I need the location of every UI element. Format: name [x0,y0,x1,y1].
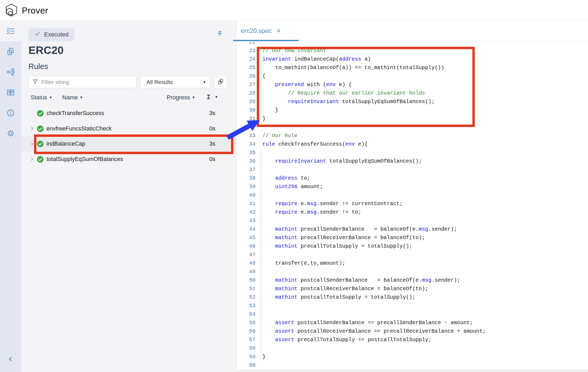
book-icon [6,88,15,97]
code-text: uint256 amount; [259,183,323,191]
rule-row-envfreeFuncsStaticCheck[interactable]: envfreeFuncsStaticCheck0s [21,121,237,137]
sidebar-item-settings[interactable] [0,123,21,143]
code-line: 26{ [237,72,588,81]
code-text: preserved with (env e) { [259,81,352,89]
pin-icon [216,30,223,38]
sidebar-item-docs[interactable] [0,82,21,103]
code-text [259,251,262,259]
sort-caret-icon[interactable]: ▾ [215,95,217,99]
line-number: 52 [237,293,259,302]
editor-tab-bar: erc20.spec × [237,21,588,41]
code-line: 24invariant indBalanceCap(address a) [237,55,588,64]
tab-label: erc20.spec [241,27,272,35]
expand-chevron-icon[interactable] [29,141,35,147]
line-number: 36 [237,157,259,166]
line-number: 48 [237,259,259,268]
column-header-status[interactable]: Status▾ [31,94,52,101]
prover-logo: Prover [5,3,48,18]
code-line: 46 mathint precallTotalSupply = totalSup… [237,242,588,251]
expand-chevron-icon[interactable] [29,126,35,132]
rules-panel: Executed ERC20 Rules All Results ▾ [21,21,237,372]
code-text [259,302,262,310]
code-text: requireInvariant totalSupplyEqSumOfBalan… [259,157,422,166]
info-icon [6,108,15,117]
code-line: 58 [237,344,588,353]
code-line: 52 mathint postcallTotalSupply = totalSu… [237,293,588,302]
line-number: 23 [237,47,259,55]
results-filter-dropdown[interactable]: All Results ▾ [140,76,211,88]
icon-rail [0,21,21,372]
sidebar-item-info[interactable] [0,103,21,123]
rule-row-totalSupplyEqSumOfBalances[interactable]: totalSupplyEqSumOfBalances0s [21,152,237,167]
code-line: 42 require e.msg.sender != to; [237,208,588,217]
line-number: 41 [237,200,259,208]
line-number: 55 [237,319,259,327]
filter-input-wrapper [28,76,136,88]
sidebar-item-call-resolution[interactable] [0,62,21,82]
rule-name: checkTransferSuccess [47,110,104,117]
column-header-progress[interactable]: Progress▾ [167,94,195,101]
line-number: 58 [237,344,259,353]
line-number: 26 [237,72,259,81]
gear-icon [6,129,15,138]
status-badge-label: Executed [44,31,69,38]
line-number: 46 [237,242,259,251]
code-line: 34rule checkTransferSuccess(env e){ [237,140,588,149]
code-line: 43 [237,217,588,225]
code-text: require e.msg.sender != currentContract; [259,200,403,208]
line-number: 45 [237,234,259,242]
verified-check-icon [37,156,44,163]
sidebar-item-rules[interactable] [0,21,21,41]
code-text [259,217,262,225]
code-line: 38 address to; [237,174,588,183]
verified-check-icon [37,125,44,132]
verified-check-icon [37,140,44,147]
copy-button[interactable] [214,76,227,88]
filter-input[interactable] [41,79,132,86]
chevron-down-icon: ▾ [203,80,205,84]
line-number: 50 [237,276,259,285]
nested-hexagon-icon [5,3,18,18]
code-text [259,310,262,319]
code-editor: erc20.spec × 2223// Our new Invariant24i… [237,21,588,372]
column-header-name[interactable]: Name▾ [62,94,82,101]
close-tab-icon[interactable]: × [276,27,281,35]
horizontal-scrollbar[interactable] [237,369,588,372]
sort-caret-icon: ▾ [192,95,195,100]
code-text: // Require that our earlier invariant ho… [259,89,425,98]
code-line: 27 preserved with (env e) { [237,81,588,89]
code-text: address to; [259,174,310,183]
code-text: invariant indBalanceCap(address a) [259,55,371,64]
hourglass-icon[interactable] [206,94,211,100]
indent-guide [261,64,261,115]
pin-button[interactable] [215,29,225,39]
rule-row-checkTransferSuccess[interactable]: checkTransferSuccess3s [21,106,237,121]
code-text [259,166,262,174]
rule-row-indBalanceCap[interactable]: indBalanceCap3s [21,136,237,152]
code-lines: 2223// Our new Invariant24invariant indB… [237,42,588,369]
line-number: 59 [237,353,259,361]
line-number: 60 [237,361,259,369]
code-line: 53 [237,302,588,310]
line-number: 56 [237,327,259,336]
code-text: mathint precallSenderBalance = balanceOf… [259,225,457,234]
code-text: transfer(e,to,amount); [259,259,345,268]
rule-name: totalSupplyEqSumOfBalances [47,156,123,163]
collapse-sidebar-button[interactable] [0,354,21,365]
line-number: 44 [237,225,259,234]
line-number: 51 [237,285,259,293]
status-badge: Executed [28,28,74,41]
sidebar-item-contracts[interactable] [0,41,21,62]
app-root: Prover [0,0,588,372]
rule-duration: 3s [186,110,215,117]
tab-erc20-spec[interactable]: erc20.spec × [241,21,281,41]
code-text: assert postcallSenderBalance == precallS… [259,319,473,327]
expand-chevron-icon[interactable] [29,156,35,162]
code-line: 59} [237,353,588,361]
funnel-icon [32,79,38,86]
code-line: 55 assert postcallSenderBalance == preca… [237,319,588,327]
rules-list: checkTransferSuccess3senvfreeFuncsStatic… [21,106,237,167]
code-line: 22 [237,42,588,47]
code-text: mathint postcallTotalSupply = totalSuppl… [259,293,415,302]
code-line: 56 assert postcallReceiverBalance == pre… [237,327,588,336]
